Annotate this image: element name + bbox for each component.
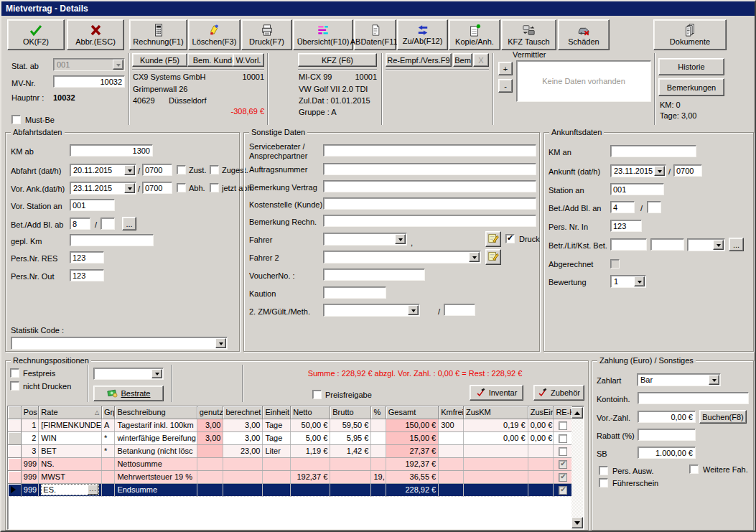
column-header[interactable]: Pos xyxy=(21,406,38,419)
column-header[interactable]: Rate△ xyxy=(39,406,102,419)
table-cell[interactable]: 59,50 € xyxy=(330,419,371,431)
re-empf-button[interactable]: Re-Empf./Vers.F9 xyxy=(386,53,452,67)
re-k-checkbox[interactable] xyxy=(559,447,567,456)
table-cell[interactable] xyxy=(371,419,386,431)
table-cell[interactable]: 228,92 € xyxy=(386,483,438,496)
ok-button[interactable]: OK(F2) xyxy=(7,19,65,50)
rate-combo[interactable] xyxy=(93,368,164,380)
row-selector[interactable] xyxy=(8,431,21,444)
table-cell[interactable] xyxy=(102,470,115,483)
table-cell[interactable]: 0,19 € xyxy=(463,419,528,431)
table-cell[interactable]: 192,37 € xyxy=(386,457,438,470)
table-cell[interactable]: Nettosumme xyxy=(115,457,197,470)
table-cell[interactable]: 5,95 € xyxy=(330,431,371,444)
druck-button[interactable]: Druck(F7) xyxy=(241,19,292,50)
kfz-tausch-button[interactable]: KFZ Tausch xyxy=(501,19,556,50)
table-row[interactable]: 999ES....Endsumme228,92 € xyxy=(8,483,573,496)
table-cell[interactable] xyxy=(330,457,371,470)
table-cell[interactable] xyxy=(197,444,223,457)
re-k-checkbox[interactable] xyxy=(559,434,567,443)
table-cell[interactable] xyxy=(263,483,291,496)
table-cell[interactable] xyxy=(528,457,554,470)
column-header[interactable]: % xyxy=(371,406,386,419)
table-cell[interactable] xyxy=(554,457,573,470)
table-cell[interactable] xyxy=(197,457,223,470)
zahlart-combo[interactable]: Bar xyxy=(637,373,721,386)
zust-checkbox[interactable] xyxy=(177,165,186,174)
kfz-button[interactable]: KFZ (F6) xyxy=(298,53,377,67)
table-cell[interactable]: 1 xyxy=(21,419,38,431)
table-cell[interactable]: 3,00 xyxy=(197,419,223,431)
table-cell[interactable]: 150,00 € xyxy=(386,419,438,431)
table-cell[interactable]: Liter xyxy=(263,444,291,457)
table-row[interactable]: 2WIN*winterfähige Bereifung3,003,00Tage5… xyxy=(8,431,573,444)
column-header[interactable]: genutzt xyxy=(197,406,223,419)
table-cell[interactable] xyxy=(439,431,464,444)
table-cell[interactable] xyxy=(528,470,554,483)
rate-lookup-button[interactable]: ... xyxy=(88,485,98,495)
table-cell[interactable]: 0,00 € xyxy=(528,431,554,444)
zm-meth-input[interactable] xyxy=(444,304,475,316)
chevron-down-icon[interactable] xyxy=(634,276,645,286)
table-cell[interactable] xyxy=(554,483,573,496)
betr-input[interactable] xyxy=(610,238,647,251)
buchen-button[interactable]: Buchen(F8) xyxy=(699,410,747,424)
bet-an-input[interactable] xyxy=(610,201,635,213)
table-cell[interactable] xyxy=(463,470,528,483)
table-cell[interactable] xyxy=(528,444,554,457)
table-cell[interactable] xyxy=(291,457,330,470)
bewertung-combo[interactable]: 1 xyxy=(610,275,646,288)
gepl-km-input[interactable] xyxy=(70,234,154,246)
pers-nr-in-input[interactable] xyxy=(610,220,642,232)
chevron-down-icon[interactable] xyxy=(124,183,135,193)
betr-more-button[interactable]: ... xyxy=(729,238,744,251)
table-cell[interactable]: WIN xyxy=(39,431,102,444)
chevron-down-icon[interactable] xyxy=(654,166,665,176)
fuehrerschein-checkbox[interactable] xyxy=(599,478,608,487)
table-cell[interactable] xyxy=(371,431,386,444)
table-row[interactable]: 1[FIRMENKUNDEATagestarif inkl. 100km3,00… xyxy=(8,419,573,431)
kaution-input[interactable] xyxy=(323,286,386,299)
column-header[interactable]: ZusEin xyxy=(528,406,554,419)
table-cell[interactable] xyxy=(463,444,528,457)
table-cell[interactable] xyxy=(371,457,386,470)
vermittler-add-button[interactable]: + xyxy=(498,62,513,75)
fahrer2-combo[interactable] xyxy=(323,251,481,263)
kst-bet-combo[interactable] xyxy=(687,238,725,251)
table-cell[interactable] xyxy=(330,470,371,483)
table-cell[interactable] xyxy=(371,444,386,457)
kunde-button[interactable]: Kunde (F5) xyxy=(132,53,187,67)
wvorl-button[interactable]: W.Vorl. xyxy=(233,53,264,67)
vermittler-remove-button[interactable]: - xyxy=(498,79,513,93)
clear-x-button[interactable]: X xyxy=(473,53,489,67)
table-cell[interactable]: Tage xyxy=(263,431,291,444)
table-cell[interactable]: Betankung (nicht lösc xyxy=(115,444,197,457)
bemerkungen-button[interactable]: Bemerkungen xyxy=(658,78,724,96)
table-cell[interactable]: A xyxy=(102,419,115,431)
chevron-down-icon[interactable] xyxy=(215,338,226,348)
table-cell[interactable] xyxy=(197,483,223,496)
re-k-checkbox[interactable] xyxy=(559,460,567,469)
rate-edit-value[interactable]: ES. xyxy=(42,485,88,494)
table-cell[interactable]: 192,37 € xyxy=(291,470,330,483)
inventar-button[interactable]: Inventar xyxy=(470,385,523,401)
zubehoer-button[interactable]: Zubehör xyxy=(533,385,584,401)
vor-station-input[interactable] xyxy=(70,199,115,211)
station-an-input[interactable] xyxy=(610,183,664,195)
table-cell[interactable] xyxy=(439,470,464,483)
table-cell[interactable] xyxy=(463,457,528,470)
table-cell[interactable] xyxy=(439,483,464,496)
pers-nr-out-input[interactable] xyxy=(70,269,104,281)
zm-combo[interactable] xyxy=(323,304,420,317)
stat-ab-combo[interactable]: 001 xyxy=(53,58,125,71)
chevron-down-icon[interactable] xyxy=(408,305,419,315)
table-cell[interactable]: 15,00 € xyxy=(386,431,438,444)
pers-nr-res-input[interactable] xyxy=(70,251,104,263)
column-header[interactable]: RE-K xyxy=(554,406,573,419)
dokumente-button[interactable]: Dokumente xyxy=(653,19,727,50)
table-row[interactable]: 3BET*Betankung (nicht lösc23,00Liter1,19… xyxy=(8,444,573,457)
statistik-code-combo[interactable] xyxy=(11,337,228,350)
fahrer2-edit-button[interactable] xyxy=(485,249,501,265)
table-cell[interactable]: BET xyxy=(39,444,102,457)
column-header[interactable]: Einheit xyxy=(263,406,291,419)
